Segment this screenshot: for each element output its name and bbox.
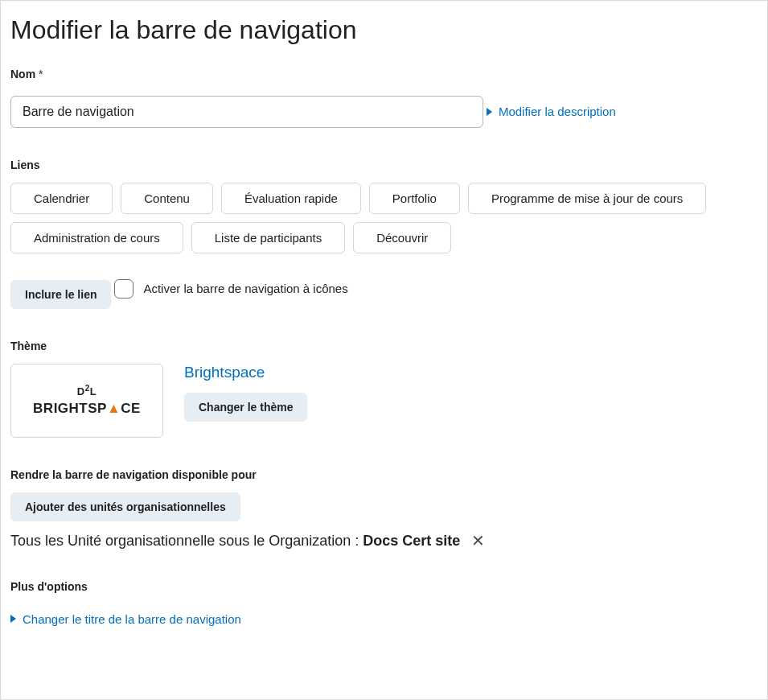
d2l-logo: D2L (77, 384, 97, 397)
link-item-evaluation-rapide[interactable]: Évaluation rapide (221, 183, 361, 214)
change-navbar-title-label: Changer le titre de la barre de navigati… (23, 612, 241, 626)
link-item-contenu[interactable]: Contenu (121, 183, 213, 214)
change-navbar-title-toggle[interactable]: Changer le titre de la barre de navigati… (10, 612, 241, 626)
availability-text: Tous les Unité organisationnelle sous le… (10, 533, 758, 550)
link-item-portfolio[interactable]: Portfolio (369, 183, 460, 214)
chevron-right-icon (10, 615, 16, 623)
icon-navbar-checkbox[interactable] (114, 279, 133, 299)
org-name: Docs Cert site (363, 533, 460, 549)
link-item-calendrier[interactable]: Calendrier (10, 183, 113, 214)
theme-preview: D2L BRIGHTSP▲CE (10, 364, 163, 438)
theme-label: Thème (10, 340, 758, 352)
close-icon[interactable]: ✕ (471, 533, 485, 549)
availability-label: Rendre la barre de navigation disponible… (10, 468, 758, 481)
modify-description-toggle[interactable]: Modifier la description (487, 105, 616, 118)
link-item-programme-maj[interactable]: Programme de mise à jour de cours (468, 183, 706, 214)
chevron-right-icon (487, 108, 492, 116)
more-options-label: Plus d'options (10, 580, 758, 593)
theme-name-link[interactable]: Brightspace (184, 364, 307, 381)
page-title: Modifier la barre de navigation (10, 15, 758, 45)
modify-description-label: Modifier la description (499, 105, 616, 118)
link-item-admin-cours[interactable]: Administration de cours (10, 222, 183, 253)
link-item-liste-participants[interactable]: Liste de participants (191, 222, 345, 253)
change-theme-button[interactable]: Changer le thème (184, 393, 307, 422)
brightspace-logo: BRIGHTSP▲CE (33, 401, 141, 417)
name-input[interactable] (10, 96, 483, 128)
icon-navbar-checkbox-label: Activer la barre de navigation à icônes (143, 282, 347, 295)
links-label: Liens (10, 159, 758, 171)
link-item-decouvrir[interactable]: Découvrir (353, 222, 451, 253)
add-org-units-button[interactable]: Ajouter des unités organisationnelles (10, 492, 240, 521)
include-link-button[interactable]: Inclure le lien (10, 280, 111, 309)
name-label: Nom (10, 68, 758, 80)
